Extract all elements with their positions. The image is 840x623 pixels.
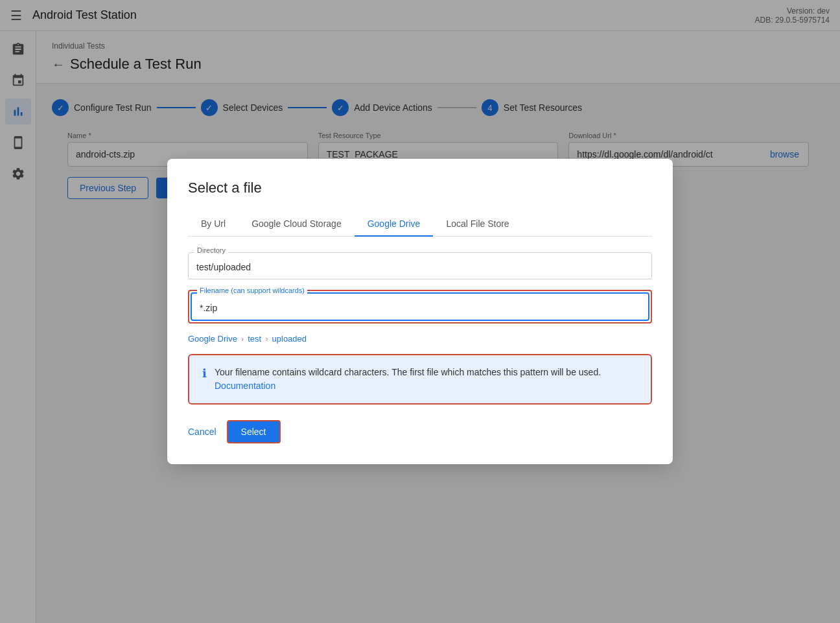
path-row: Google Drive › test › uploaded [188, 334, 652, 344]
filename-input[interactable] [191, 292, 649, 321]
path-sep-2: › [265, 334, 268, 344]
tab-gcs[interactable]: Google Cloud Storage [239, 212, 355, 237]
directory-label: Directory [194, 246, 228, 254]
tab-local-file-store[interactable]: Local File Store [433, 212, 522, 237]
select-file-dialog: Select a file By Url Google Cloud Storag… [167, 159, 673, 464]
info-box: ℹ Your filename contains wildcard charac… [188, 354, 652, 405]
dialog-select-button[interactable]: Select [227, 420, 281, 443]
directory-input[interactable] [188, 252, 652, 279]
tab-google-drive[interactable]: Google Drive [355, 212, 434, 237]
modal-overlay[interactable]: Select a file By Url Google Cloud Storag… [0, 0, 840, 623]
dialog-tabs: By Url Google Cloud Storage Google Drive… [188, 212, 652, 237]
tab-by-url[interactable]: By Url [188, 212, 239, 237]
info-text: Your filename contains wildcard characte… [215, 366, 638, 393]
directory-field: Directory [188, 252, 652, 279]
dialog-cancel-button[interactable]: Cancel [188, 427, 216, 437]
dialog-actions: Cancel Select [188, 420, 652, 443]
filename-label: Filename (can support wildcards) [197, 287, 307, 294]
documentation-link[interactable]: Documentation [215, 381, 275, 391]
path-sep-1: › [241, 334, 244, 344]
path-test[interactable]: test [248, 334, 261, 344]
info-icon: ℹ [202, 366, 207, 381]
path-google-drive[interactable]: Google Drive [188, 334, 237, 344]
filename-field: Filename (can support wildcards) [191, 292, 649, 321]
dialog-title: Select a file [188, 180, 652, 196]
path-uploaded[interactable]: uploaded [272, 334, 307, 344]
filename-field-outer: Filename (can support wildcards) [188, 290, 652, 323]
